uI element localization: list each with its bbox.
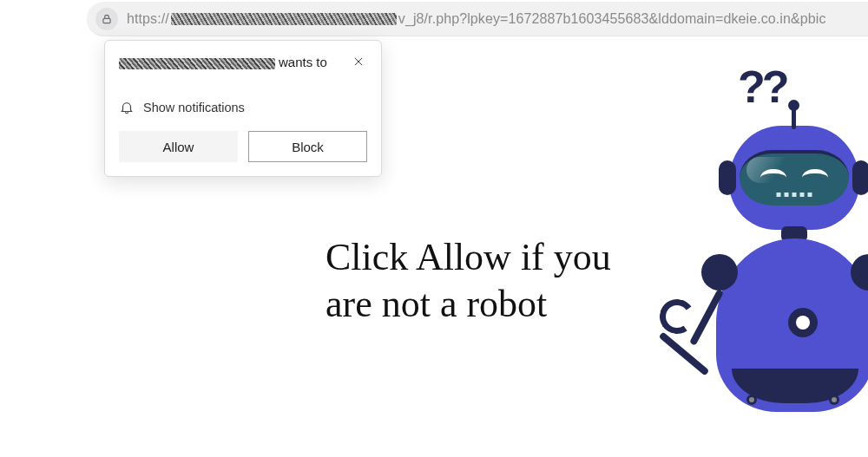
robot-mouth (777, 193, 812, 197)
address-bar[interactable]: https://v_j8/r.php?lpkey=1672887b1603455… (87, 2, 868, 36)
requesting-site-redacted (119, 58, 275, 69)
close-icon (352, 55, 365, 68)
url-text[interactable]: https://v_j8/r.php?lpkey=1672887b1603455… (127, 11, 826, 27)
robot-hand (660, 299, 687, 327)
lock-icon (101, 13, 113, 25)
robot-antenna (792, 108, 796, 129)
question-marks: ?? (738, 61, 786, 113)
robot-shoulder-left (701, 254, 738, 291)
robot-head (729, 126, 859, 230)
block-button[interactable]: Block (248, 131, 367, 162)
robot-eye-left (760, 169, 786, 178)
robot-eye-right (802, 169, 828, 178)
url-redacted-host (171, 13, 397, 25)
svg-rect-0 (103, 18, 110, 23)
robot-ear-right (852, 160, 868, 195)
robot-ear-left (719, 160, 736, 195)
url-scheme: https:// (127, 11, 169, 26)
robot-forearm (659, 331, 710, 375)
permission-header: wants to (119, 53, 367, 88)
url-path: v_j8/r.php?lpkey=1672887b1603455683&lddo… (398, 11, 826, 26)
permission-label: Show notifications (143, 101, 245, 114)
robot-illustration: ?? (677, 117, 868, 455)
close-button[interactable] (348, 51, 369, 72)
allow-button[interactable]: Allow (119, 131, 238, 162)
notification-permission-popup: wants to Show notifications Allow Block (104, 40, 382, 177)
page-heading: Click Allow if you are not a robot (326, 234, 655, 327)
wants-to-text: wants to (279, 55, 327, 69)
robot-bolt-left (746, 395, 757, 405)
site-info-button[interactable] (95, 8, 118, 30)
robot-bolt-right (829, 395, 839, 405)
bell-icon (119, 100, 135, 115)
permission-request-row: Show notifications (119, 100, 367, 115)
permission-buttons: Allow Block (119, 131, 367, 162)
robot-chest-light (788, 308, 818, 337)
robot-visor (740, 150, 849, 206)
